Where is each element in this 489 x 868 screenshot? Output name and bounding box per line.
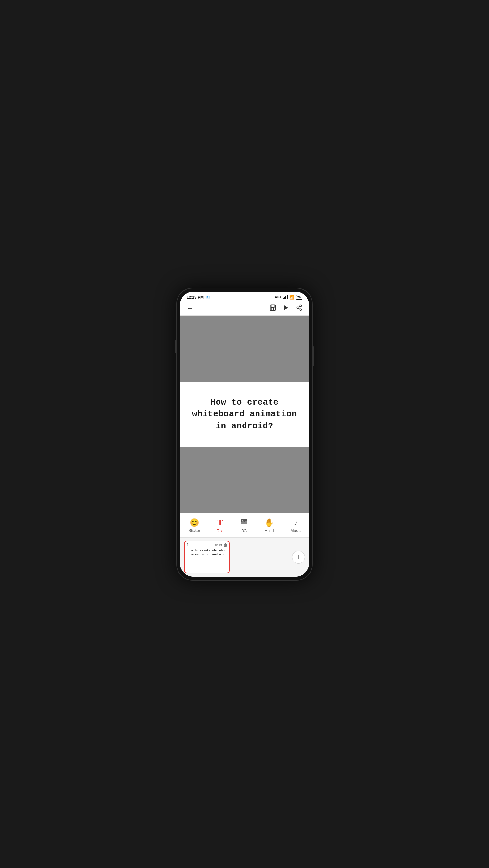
text-label: Text: [217, 529, 224, 533]
toolbar-music[interactable]: ♪ Music: [287, 517, 304, 534]
slide-number-1: 1: [187, 543, 189, 547]
nav-left: ←: [187, 304, 194, 313]
bottom-toolbar: 😊 Sticker T Text BG ✋ Hand: [180, 513, 309, 537]
slide-edit-icon[interactable]: ✏: [215, 543, 218, 547]
play-button[interactable]: [283, 304, 289, 313]
wifi-icon: 📶: [289, 295, 294, 300]
bg-label: BG: [241, 529, 247, 533]
canvas-title-text: How to create whiteboard animation in an…: [187, 397, 302, 432]
svg-rect-2: [272, 308, 274, 310]
slide-delete-icon[interactable]: 🗑: [224, 543, 228, 547]
slide-copy-icon[interactable]: ⧉: [220, 543, 222, 547]
save-button[interactable]: [269, 304, 276, 313]
svg-marker-3: [284, 305, 288, 310]
signal-icon: [283, 295, 288, 300]
phone-frame: 12:13 PM 📧 ↑ 4G+ 📶 70: [176, 288, 313, 581]
hand-icon: ✋: [264, 518, 274, 527]
gray-strip-bottom: [180, 447, 309, 513]
nav-right: [269, 304, 302, 313]
top-navigation: ←: [180, 302, 309, 316]
canvas-area: How to create whiteboard animation in an…: [180, 316, 309, 513]
share-button[interactable]: [296, 304, 302, 313]
slide-item-1[interactable]: 1 ✏ ⧉ 🗑 w to create whitebonimation in a…: [184, 541, 230, 574]
svg-point-11: [242, 520, 243, 521]
slides-strip: 1 ✏ ⧉ 🗑 w to create whitebonimation in a…: [180, 537, 309, 577]
svg-point-4: [300, 305, 302, 306]
sticker-icon: 😊: [190, 518, 199, 527]
toolbar-bg[interactable]: BG: [237, 517, 251, 535]
status-bar: 12:13 PM 📧 ↑ 4G+ 📶 70: [180, 292, 309, 302]
toolbar-hand[interactable]: ✋ Hand: [261, 517, 278, 534]
white-canvas[interactable]: How to create whiteboard animation in an…: [180, 382, 309, 447]
music-icon: ♪: [294, 518, 297, 527]
bg-icon: [240, 518, 248, 527]
slide-controls-1: ✏ ⧉ 🗑: [215, 543, 228, 547]
power-button: [313, 346, 314, 366]
gray-strip-top: [180, 316, 309, 382]
status-left: 12:13 PM 📧 ↑: [187, 295, 213, 300]
status-right: 4G+ 📶 70: [275, 295, 302, 300]
music-label: Music: [290, 528, 300, 533]
svg-line-7: [298, 308, 300, 309]
battery-icon: 70: [296, 295, 302, 300]
svg-line-8: [298, 306, 300, 307]
status-time: 12:13 PM: [187, 295, 203, 300]
carrier-label: 4G+: [275, 295, 281, 299]
toolbar-text[interactable]: T Text: [213, 517, 227, 535]
notification-icons: 📧 ↑: [205, 295, 213, 299]
back-button[interactable]: ←: [187, 304, 194, 313]
sticker-label: Sticker: [188, 528, 200, 533]
text-icon: T: [218, 518, 223, 527]
add-slide-button[interactable]: +: [292, 551, 305, 564]
hand-label: Hand: [265, 528, 274, 533]
svg-rect-1: [271, 305, 274, 307]
svg-point-5: [297, 307, 298, 308]
toolbar-sticker[interactable]: 😊 Sticker: [185, 517, 203, 534]
svg-point-6: [300, 309, 302, 310]
phone-screen: 12:13 PM 📧 ↑ 4G+ 📶 70: [180, 292, 309, 577]
volume-button: [175, 340, 176, 353]
